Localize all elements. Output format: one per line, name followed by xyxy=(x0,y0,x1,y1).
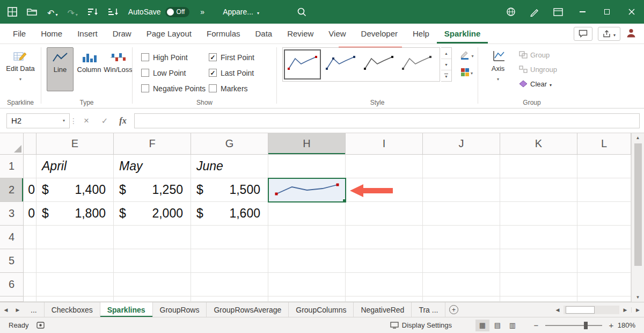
sort-ascending-icon[interactable] xyxy=(87,5,98,18)
sheet-tab-overflow[interactable]: ... xyxy=(24,302,45,317)
name-box-dropdown-icon[interactable] xyxy=(58,114,69,128)
ribbon-tab-home[interactable]: Home xyxy=(33,24,70,44)
ungroup-button[interactable]: Ungroup xyxy=(517,63,559,76)
sheet-tab-groupcolumns[interactable]: GroupColumns xyxy=(289,302,354,317)
ribbon-tab-sparkline[interactable]: Sparkline xyxy=(437,24,488,44)
search-icon[interactable] xyxy=(297,5,306,18)
ribbon-tab-review[interactable]: Review xyxy=(280,24,321,44)
cell-F6[interactable] xyxy=(114,273,191,296)
column-header-J[interactable]: J xyxy=(423,133,500,155)
autosave-switch[interactable]: Off xyxy=(165,7,190,17)
zoom-slider[interactable] xyxy=(545,325,602,326)
cell-G6[interactable] xyxy=(191,273,268,296)
cell[interactable] xyxy=(500,296,577,302)
cancel-icon[interactable] xyxy=(77,113,96,128)
cell-H1[interactable] xyxy=(268,155,346,178)
sheet-tab-grouprows[interactable]: GroupRows xyxy=(153,302,207,317)
axis-button[interactable]: Axis xyxy=(484,46,513,84)
type-column-button[interactable]: Column xyxy=(76,47,103,91)
ribbon-tab-insert[interactable]: Insert xyxy=(70,24,105,44)
share-button[interactable] xyxy=(598,27,620,41)
column-header-F[interactable]: F xyxy=(114,133,191,155)
column-header-H[interactable]: H xyxy=(268,133,346,155)
row-header-7[interactable] xyxy=(0,296,24,302)
window-layout-icon[interactable] xyxy=(546,0,570,24)
display-settings-button[interactable]: Display Settings xyxy=(390,321,452,329)
autosave-toggle[interactable]: AutoSave Off xyxy=(128,7,190,17)
enter-icon[interactable] xyxy=(96,113,114,128)
cell[interactable] xyxy=(577,296,631,302)
document-title[interactable]: Appare... xyxy=(223,8,259,16)
vertical-scroll-thumb[interactable] xyxy=(634,143,642,266)
ribbon-tab-developer[interactable]: Developer xyxy=(354,24,405,44)
checkbox-first-point[interactable]: First Point xyxy=(209,53,269,62)
cell-F5[interactable] xyxy=(114,249,191,273)
cell-L2[interactable] xyxy=(577,178,631,202)
excel-app-icon[interactable] xyxy=(8,5,17,18)
zoom-slider-thumb[interactable] xyxy=(584,322,588,329)
cell[interactable] xyxy=(268,296,346,302)
ribbon-tab-help[interactable]: Help xyxy=(405,24,437,44)
sort-descending-icon[interactable] xyxy=(108,5,119,18)
cell-partial[interactable]: 0 xyxy=(24,202,36,226)
close-button[interactable] xyxy=(619,0,644,24)
row-header-1[interactable]: 1 xyxy=(0,155,24,178)
cell-H2-selected[interactable] xyxy=(268,178,346,202)
cell-E2[interactable]: $1,400 xyxy=(36,178,114,202)
column-header-L[interactable]: L xyxy=(577,133,631,155)
pen-icon[interactable] xyxy=(523,0,546,24)
gallery-down-icon[interactable] xyxy=(441,59,451,70)
cell-K5[interactable] xyxy=(500,249,577,273)
checkbox-last-point[interactable]: Last Point xyxy=(209,69,269,77)
scroll-down-icon[interactable] xyxy=(632,293,644,302)
row-header-3[interactable]: 3 xyxy=(0,202,24,226)
cell-G4[interactable] xyxy=(191,226,268,249)
cell-I6[interactable] xyxy=(346,273,423,296)
formula-bar-splitter[interactable] xyxy=(70,117,77,125)
sheet-nav-right-icon[interactable] xyxy=(12,302,24,317)
cell-partial[interactable]: 0 xyxy=(24,178,36,202)
ribbon-tab-draw[interactable]: Draw xyxy=(105,24,139,44)
cell-I5[interactable] xyxy=(346,249,423,273)
vertical-scrollbar[interactable] xyxy=(631,133,644,302)
cell[interactable] xyxy=(24,273,36,296)
style-option[interactable] xyxy=(322,49,359,79)
cell-I4[interactable] xyxy=(346,226,423,249)
zoom-level[interactable]: 180% xyxy=(616,321,644,329)
cell[interactable] xyxy=(114,296,191,302)
checkbox-box[interactable] xyxy=(141,53,149,61)
cell[interactable] xyxy=(24,296,36,302)
cell-H5[interactable] xyxy=(268,249,346,273)
style-option-selected[interactable] xyxy=(284,49,321,79)
checkbox-box[interactable] xyxy=(141,69,149,77)
cell-F1[interactable]: May xyxy=(114,155,191,178)
minimize-button[interactable] xyxy=(570,0,595,24)
checkbox-box[interactable] xyxy=(141,84,149,92)
hscroll-thumb[interactable] xyxy=(566,306,595,314)
cell-G1[interactable]: June xyxy=(191,155,268,178)
normal-view-icon[interactable] xyxy=(475,320,489,331)
hscroll-right-icon[interactable] xyxy=(619,307,631,313)
toolbar-overflow-icon[interactable]: » xyxy=(200,8,204,16)
cell-E1[interactable]: April xyxy=(36,155,114,178)
cell[interactable] xyxy=(346,296,423,302)
sheet-nav-left-icon[interactable] xyxy=(0,302,12,317)
sheet-tab-checkboxes[interactable]: Checkboxes xyxy=(45,302,100,317)
cell-H6[interactable] xyxy=(268,273,346,296)
sheet-tab-tra[interactable]: Tra ... xyxy=(412,302,445,317)
marker-color-button[interactable] xyxy=(456,64,478,79)
checkbox-low-point[interactable]: Low Point xyxy=(141,69,209,77)
cell-I3[interactable] xyxy=(346,202,423,226)
cell-G2[interactable]: $1,500 xyxy=(191,178,268,202)
maximize-button[interactable] xyxy=(595,0,619,24)
cell-K4[interactable] xyxy=(500,226,577,249)
fill-handle[interactable] xyxy=(342,199,346,202)
cell[interactable] xyxy=(24,155,36,178)
page-layout-view-icon[interactable] xyxy=(491,320,504,331)
zoom-in-icon[interactable] xyxy=(606,321,616,330)
undo-button[interactable]: ↶ xyxy=(47,5,57,18)
cell-J3[interactable] xyxy=(423,202,500,226)
row-header-6[interactable]: 6 xyxy=(0,273,24,296)
insert-function-icon[interactable]: fx xyxy=(114,113,132,128)
column-header-I[interactable]: I xyxy=(346,133,423,155)
